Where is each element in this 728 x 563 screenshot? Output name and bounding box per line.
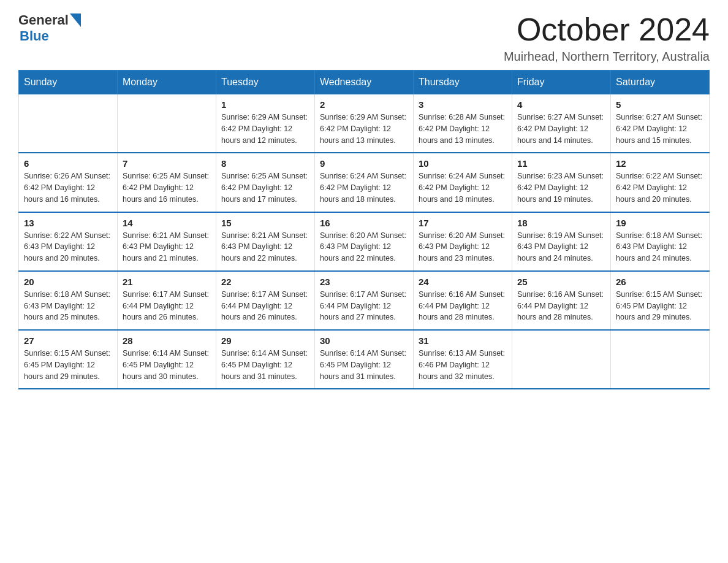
calendar-cell: 11Sunrise: 6:23 AM Sunset: 6:42 PM Dayli… (512, 153, 611, 212)
day-header-thursday: Thursday (414, 71, 512, 94)
title-area: October 2024 Muirhead, Northern Territor… (504, 12, 710, 64)
day-detail: Sunrise: 6:25 AM Sunset: 6:42 PM Dayligh… (123, 170, 211, 205)
day-detail: Sunrise: 6:28 AM Sunset: 6:42 PM Dayligh… (419, 112, 507, 146)
location-text: Muirhead, Northern Territory, Australia (504, 50, 710, 64)
calendar-header-row: SundayMondayTuesdayWednesdayThursdayFrid… (19, 71, 710, 94)
day-detail: Sunrise: 6:17 AM Sunset: 6:44 PM Dayligh… (123, 289, 211, 323)
day-detail: Sunrise: 6:17 AM Sunset: 6:44 PM Dayligh… (221, 289, 309, 323)
calendar-cell: 2Sunrise: 6:29 AM Sunset: 6:42 PM Daylig… (315, 94, 414, 153)
calendar-cell: 24Sunrise: 6:16 AM Sunset: 6:44 PM Dayli… (414, 271, 512, 330)
logo-blue-text: Blue (20, 28, 49, 44)
day-number: 20 (24, 277, 112, 287)
calendar-cell: 31Sunrise: 6:13 AM Sunset: 6:46 PM Dayli… (414, 330, 512, 389)
day-number: 9 (320, 158, 408, 169)
calendar-week-row: 20Sunrise: 6:18 AM Sunset: 6:43 PM Dayli… (19, 271, 710, 330)
day-detail: Sunrise: 6:16 AM Sunset: 6:44 PM Dayligh… (419, 289, 507, 323)
day-detail: Sunrise: 6:24 AM Sunset: 6:42 PM Dayligh… (419, 170, 507, 205)
calendar-cell: 10Sunrise: 6:24 AM Sunset: 6:42 PM Dayli… (414, 153, 512, 212)
day-number: 6 (24, 158, 112, 169)
day-number: 8 (221, 158, 309, 169)
day-detail: Sunrise: 6:24 AM Sunset: 6:42 PM Dayligh… (320, 170, 408, 205)
calendar-cell: 12Sunrise: 6:22 AM Sunset: 6:42 PM Dayli… (611, 153, 710, 212)
day-number: 28 (123, 335, 211, 346)
day-number: 18 (517, 218, 605, 228)
calendar-cell: 6Sunrise: 6:26 AM Sunset: 6:42 PM Daylig… (19, 153, 118, 212)
calendar-cell: 8Sunrise: 6:25 AM Sunset: 6:42 PM Daylig… (216, 153, 315, 212)
day-header-monday: Monday (118, 71, 216, 94)
day-number: 13 (24, 218, 112, 228)
calendar-cell: 13Sunrise: 6:22 AM Sunset: 6:43 PM Dayli… (19, 212, 118, 271)
day-header-sunday: Sunday (19, 71, 118, 94)
day-detail: Sunrise: 6:14 AM Sunset: 6:45 PM Dayligh… (320, 348, 408, 382)
calendar-cell (512, 330, 611, 389)
logo-general-text: General (18, 12, 69, 28)
calendar-cell: 19Sunrise: 6:18 AM Sunset: 6:43 PM Dayli… (611, 212, 710, 271)
calendar-cell: 22Sunrise: 6:17 AM Sunset: 6:44 PM Dayli… (216, 271, 315, 330)
calendar-cell: 26Sunrise: 6:15 AM Sunset: 6:45 PM Dayli… (611, 271, 710, 330)
day-number: 21 (123, 277, 211, 287)
day-detail: Sunrise: 6:15 AM Sunset: 6:45 PM Dayligh… (616, 289, 704, 323)
day-detail: Sunrise: 6:21 AM Sunset: 6:43 PM Dayligh… (123, 230, 211, 264)
calendar-cell: 1Sunrise: 6:29 AM Sunset: 6:42 PM Daylig… (216, 94, 315, 153)
day-detail: Sunrise: 6:17 AM Sunset: 6:44 PM Dayligh… (320, 289, 408, 323)
day-detail: Sunrise: 6:22 AM Sunset: 6:42 PM Dayligh… (616, 170, 704, 205)
day-number: 4 (517, 99, 605, 110)
calendar-cell: 4Sunrise: 6:27 AM Sunset: 6:42 PM Daylig… (512, 94, 611, 153)
day-number: 12 (616, 158, 704, 169)
month-title: October 2024 (504, 12, 710, 47)
day-number: 10 (419, 158, 507, 169)
calendar-cell: 9Sunrise: 6:24 AM Sunset: 6:42 PM Daylig… (315, 153, 414, 212)
svg-marker-0 (70, 13, 81, 27)
calendar-cell: 29Sunrise: 6:14 AM Sunset: 6:45 PM Dayli… (216, 330, 315, 389)
calendar-cell: 30Sunrise: 6:14 AM Sunset: 6:45 PM Dayli… (315, 330, 414, 389)
calendar-week-row: 6Sunrise: 6:26 AM Sunset: 6:42 PM Daylig… (19, 153, 710, 212)
calendar-cell: 27Sunrise: 6:15 AM Sunset: 6:45 PM Dayli… (19, 330, 118, 389)
day-detail: Sunrise: 6:29 AM Sunset: 6:42 PM Dayligh… (221, 112, 309, 146)
day-detail: Sunrise: 6:15 AM Sunset: 6:45 PM Dayligh… (24, 348, 112, 382)
day-detail: Sunrise: 6:25 AM Sunset: 6:42 PM Dayligh… (221, 170, 309, 205)
calendar-cell (611, 330, 710, 389)
day-number: 1 (221, 99, 309, 110)
calendar-cell: 16Sunrise: 6:20 AM Sunset: 6:43 PM Dayli… (315, 212, 414, 271)
day-number: 25 (517, 277, 605, 287)
day-number: 7 (123, 158, 211, 169)
day-detail: Sunrise: 6:18 AM Sunset: 6:43 PM Dayligh… (24, 289, 112, 323)
day-number: 16 (320, 218, 408, 228)
calendar-cell: 23Sunrise: 6:17 AM Sunset: 6:44 PM Dayli… (315, 271, 414, 330)
day-detail: Sunrise: 6:21 AM Sunset: 6:43 PM Dayligh… (221, 230, 309, 264)
day-header-friday: Friday (512, 71, 611, 94)
day-number: 17 (419, 218, 507, 228)
day-number: 30 (320, 335, 408, 346)
calendar-cell: 3Sunrise: 6:28 AM Sunset: 6:42 PM Daylig… (414, 94, 512, 153)
calendar-cell: 17Sunrise: 6:20 AM Sunset: 6:43 PM Dayli… (414, 212, 512, 271)
day-detail: Sunrise: 6:18 AM Sunset: 6:43 PM Dayligh… (616, 230, 704, 264)
page-header: General Blue October 2024 Muirhead, Nort… (18, 12, 710, 64)
calendar-table: SundayMondayTuesdayWednesdayThursdayFrid… (18, 70, 710, 389)
day-number: 26 (616, 277, 704, 287)
day-number: 3 (419, 99, 507, 110)
day-number: 2 (320, 99, 408, 110)
day-number: 22 (221, 277, 309, 287)
day-number: 11 (517, 158, 605, 169)
calendar-cell: 25Sunrise: 6:16 AM Sunset: 6:44 PM Dayli… (512, 271, 611, 330)
calendar-week-row: 27Sunrise: 6:15 AM Sunset: 6:45 PM Dayli… (19, 330, 710, 389)
calendar-cell: 18Sunrise: 6:19 AM Sunset: 6:43 PM Dayli… (512, 212, 611, 271)
day-detail: Sunrise: 6:29 AM Sunset: 6:42 PM Dayligh… (320, 112, 408, 146)
calendar-cell (19, 94, 118, 153)
day-detail: Sunrise: 6:14 AM Sunset: 6:45 PM Dayligh… (221, 348, 309, 382)
day-detail: Sunrise: 6:19 AM Sunset: 6:43 PM Dayligh… (517, 230, 605, 264)
logo-triangle-icon (70, 13, 81, 27)
day-number: 14 (123, 218, 211, 228)
day-number: 15 (221, 218, 309, 228)
day-detail: Sunrise: 6:20 AM Sunset: 6:43 PM Dayligh… (419, 230, 507, 264)
day-header-wednesday: Wednesday (315, 71, 414, 94)
logo: General Blue (18, 12, 81, 44)
calendar-cell: 5Sunrise: 6:27 AM Sunset: 6:42 PM Daylig… (611, 94, 710, 153)
day-number: 19 (616, 218, 704, 228)
day-detail: Sunrise: 6:22 AM Sunset: 6:43 PM Dayligh… (24, 230, 112, 264)
day-number: 31 (419, 335, 507, 346)
day-detail: Sunrise: 6:16 AM Sunset: 6:44 PM Dayligh… (517, 289, 605, 323)
calendar-week-row: 1Sunrise: 6:29 AM Sunset: 6:42 PM Daylig… (19, 94, 710, 153)
day-number: 24 (419, 277, 507, 287)
calendar-cell (118, 94, 216, 153)
